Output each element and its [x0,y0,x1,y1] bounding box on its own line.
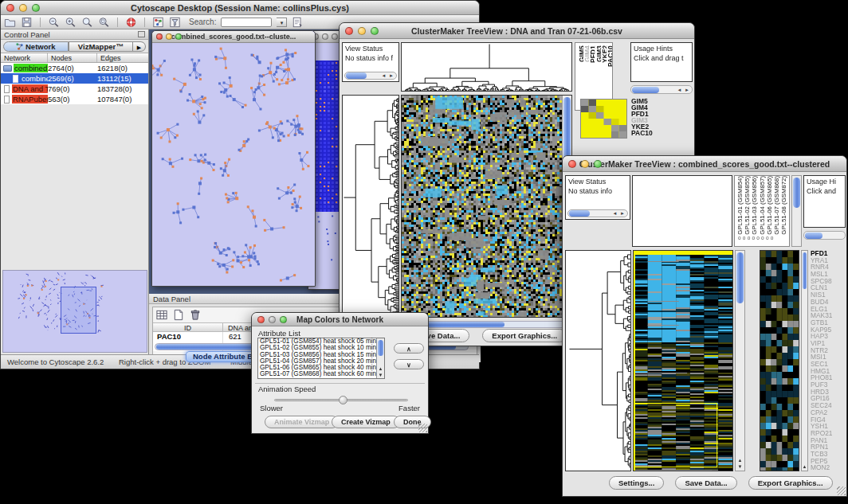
scrollbar-thumb[interactable] [736,252,744,303]
close-button[interactable] [345,27,353,35]
animate-vizmap-button[interactable]: Animate Vizmap [265,416,339,428]
minimize-button[interactable] [269,316,276,323]
scroll-arrows-icon[interactable]: ◄ ► [677,88,692,92]
global-vscrollbar[interactable]: ▲ ▼ [735,250,745,471]
zoom-window-button[interactable] [332,33,338,40]
tab-overflow-arrow[interactable]: ▶ [133,41,146,52]
float-panel-icon[interactable] [138,31,145,37]
heatmap-panel[interactable] [401,95,572,318]
tab-vizmapper[interactable]: VizMapper™ [69,41,134,52]
treeview-dna-titlebar[interactable]: ClusterMaker TreeView : DNA and Tran 07-… [340,23,694,39]
scroll-down-icon[interactable]: ▲ [802,464,807,470]
help-lifesaver-icon[interactable] [125,17,137,28]
scrollbar-thumb[interactable] [378,340,383,356]
new-attribute-icon[interactable] [172,309,185,321]
zoom-heatmap-canvas[interactable] [581,100,626,138]
global-heatmap-panel[interactable] [633,250,733,471]
birdseye-view[interactable] [2,270,147,353]
filter-icon[interactable] [169,17,181,28]
zoom-window-button[interactable] [175,33,182,40]
close-button[interactable] [156,33,163,40]
minimize-button[interactable] [19,4,27,12]
scroll-down-icon[interactable]: ▼ [377,373,384,378]
column-label[interactable]: GPL51-06 (GSM865) [766,176,773,235]
scrollbar-thumb[interactable] [346,72,367,79]
column-label[interactable]: GPL51-04 (GSM857) [759,176,766,235]
col-edges[interactable]: Edges [97,53,148,62]
scroll-arrows-icon[interactable]: ◄ ► [381,73,396,78]
col-nodes[interactable]: Nodes [48,53,97,62]
scroll-up-icon[interactable]: ▲ [736,458,744,463]
zoom-window-button[interactable] [594,160,602,168]
network-row[interactable]: RNAPuberNov2+| 563(0) 107847(0) [1,94,148,104]
network-modules-icon[interactable] [152,17,164,28]
treeview-button[interactable]: Save Data... [675,476,736,490]
zoom-window-button[interactable] [280,316,287,323]
row-dendrogram-panel[interactable] [565,250,631,471]
save-icon[interactable] [21,17,33,28]
speed-slider[interactable] [274,399,408,401]
gene-label[interactable]: MON2 [811,464,846,471]
scrollbar-thumb[interactable] [793,178,800,208]
zoom-heatmap-canvas[interactable] [760,251,799,471]
column-label[interactable]: GIM3 [595,45,601,62]
birdseye-canvas[interactable] [3,271,147,352]
search-input[interactable] [221,18,272,27]
column-label[interactable]: PFD1 [589,45,595,63]
usage-hints-scrollbar[interactable] [803,231,846,240]
column-label[interactable]: PAC10 [607,45,612,67]
row-dendrogram-canvas[interactable] [343,96,398,317]
open-folder-icon[interactable] [4,17,16,28]
network-row[interactable]: DNA and Tran 07 769(0) 183728(0) [1,84,148,94]
minimize-button[interactable] [322,33,328,40]
column-dendrogram-panel[interactable] [632,175,732,247]
slider-thumb[interactable] [339,396,347,404]
row-dendrogram-canvas[interactable] [566,251,630,471]
scrollbar-thumb[interactable] [805,232,822,239]
zoom-heatmap-panel[interactable] [760,250,799,471]
move-up-button[interactable]: ∧ [394,343,424,354]
zoom-row-label[interactable]: PAC10 [631,130,653,136]
attribute-listbox[interactable]: GPL51-01 (GSM854) heat shock 05 minGPL51… [257,338,385,379]
scroll-arrows-icon[interactable]: ◄ ► [612,211,627,216]
zoom-view-panel[interactable] [580,99,627,139]
column-label[interactable]: GPL51-02 (GSM855) [744,176,751,235]
treeview-button[interactable]: Export Graphics... [748,476,833,490]
row-dendrogram-panel[interactable] [342,95,399,318]
delete-attribute-icon[interactable] [189,309,202,321]
zoom-selected-icon[interactable] [98,17,110,28]
resize-grip[interactable] [837,486,846,495]
treeview-combined-titlebar[interactable]: ClusterMaker TreeView : combined_scores_… [563,156,846,172]
column-dendrogram-panel[interactable] [401,42,572,92]
create-vizmap-button[interactable]: Create Vizmap [332,416,400,428]
zoom-out-icon[interactable] [48,17,60,28]
heatmap-canvas[interactable] [402,96,571,317]
zoom-window-button[interactable] [371,27,379,35]
treeview-button[interactable]: Export Graphics... [482,329,567,342]
global-heatmap-canvas[interactable] [634,251,732,471]
col-id[interactable]: ID [153,323,223,331]
usage-hints-scrollbar[interactable]: ◄ ► [630,85,693,94]
tab-network[interactable]: Network [3,41,69,52]
gene-list-scrollbar[interactable]: ▲ [801,250,808,471]
resize-grip[interactable] [418,424,427,432]
minimize-button[interactable] [166,33,172,40]
minimize-button[interactable] [358,27,366,35]
column-label[interactable]: GPL51-08 (GSM872) [780,176,787,235]
close-button[interactable] [568,160,576,168]
network-view-titlebar[interactable]: combined_scores_good.txt--cluste... [152,31,315,43]
report-icon[interactable] [292,17,304,28]
zoom-fit-icon[interactable] [81,17,93,28]
search-dropdown-icon[interactable]: ▾ [277,18,287,27]
column-label[interactable]: YKE2 [601,45,607,63]
move-down-button[interactable]: ∨ [394,359,424,369]
scroll-up-icon[interactable]: ▲ [377,366,384,372]
attribute-item[interactable]: GPL51-07 (GSM868) heat shock 60 min [258,371,384,377]
view-status-scrollbar[interactable]: ◄ ► [567,209,628,217]
network-canvas[interactable] [152,43,315,286]
minimize-button[interactable] [581,160,589,168]
column-label[interactable]: GPL51-07 (GSM868) [773,176,780,235]
scrollbar-thumb[interactable] [632,87,659,93]
scroll-down-icon[interactable]: ▼ [736,464,744,470]
select-attributes-icon[interactable] [155,309,168,321]
